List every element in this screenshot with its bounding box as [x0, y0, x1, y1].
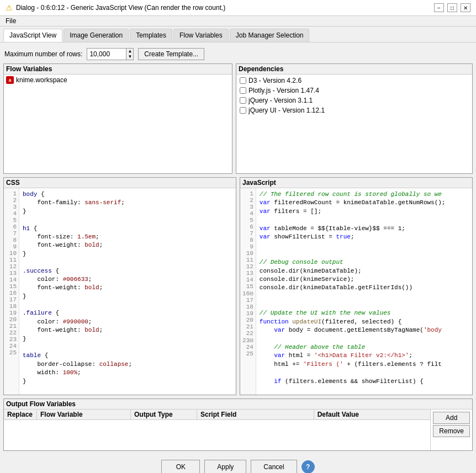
col-flow-variable: Flow Variable	[37, 410, 131, 419]
dep-checkbox-jquery-ui[interactable]	[240, 107, 246, 114]
col-output-type: Output Type	[131, 410, 197, 419]
dep-label: Plotly.js - Version 1.47.4	[248, 87, 319, 94]
output-fv-header: Replace Flow Variable Output Type Script…	[4, 410, 430, 420]
flow-var-name: knime.workspace	[16, 76, 67, 84]
list-item: jQuery - Version 3.1.1	[237, 95, 471, 105]
main-content: Maximum number of rows: ▲ ▼ Create Templ…	[0, 42, 476, 454]
minimize-button[interactable]: −	[434, 3, 444, 12]
spinner-down[interactable]: ▼	[126, 54, 133, 60]
max-rows-input[interactable]	[87, 49, 126, 59]
js-panel-title: JavaScript	[240, 178, 472, 188]
apply-button[interactable]: Apply	[204, 460, 246, 473]
max-rows-label: Maximum number of rows:	[4, 50, 82, 58]
output-flow-vars-panel: Output Flow Variables Replace Flow Varia…	[3, 398, 473, 451]
js-line-numbers: 12345678910111213141516⊟17181920212223⊟2…	[240, 188, 256, 395]
remove-button[interactable]: Remove	[433, 425, 470, 437]
css-panel-title: CSS	[4, 178, 236, 188]
max-rows-input-wrap: ▲ ▼	[87, 48, 134, 60]
css-code-area[interactable]: 1234567891011121314151617181920212223242…	[4, 188, 236, 395]
dep-checkbox-d3[interactable]	[240, 77, 246, 84]
add-remove-buttons: Add Remove	[430, 410, 472, 450]
list-item: D3 - Version 4.2.6	[237, 76, 471, 86]
menu-file[interactable]: File	[3, 16, 18, 26]
flow-var-icon: a	[6, 76, 14, 84]
toolbar: Maximum number of rows: ▲ ▼ Create Templ…	[3, 46, 473, 63]
dependencies-panel-title: Dependencies	[236, 64, 472, 75]
menu-bar: File	[0, 16, 476, 26]
tab-bar: JavaScript View Image Generation Templat…	[0, 26, 476, 42]
title-bar: ⚠ Dialog - 0:6:0:12 - Generic JavaScript…	[0, 0, 476, 16]
js-code-area[interactable]: 12345678910111213141516⊟17181920212223⊟2…	[240, 188, 472, 395]
css-panel: CSS 123456789101112131415161718192021222…	[3, 177, 236, 395]
output-fv-table-area: Replace Flow Variable Output Type Script…	[4, 410, 430, 450]
output-fv-row-container: Replace Flow Variable Output Type Script…	[4, 410, 472, 450]
dep-checkbox-jquery[interactable]	[240, 97, 246, 104]
spinner: ▲ ▼	[126, 49, 133, 59]
help-button[interactable]: ?	[302, 460, 315, 473]
list-item: jQuery UI - Version 1.12.1	[237, 105, 471, 115]
dependencies-list: D3 - Version 4.2.6 Plotly.js - Version 1…	[236, 75, 472, 173]
js-panel: JavaScript 12345678910111213141516⊟17181…	[240, 177, 473, 395]
bottom-buttons: OK Apply Cancel ?	[0, 454, 476, 473]
tab-image-generation[interactable]: Image Generation	[64, 29, 129, 42]
spinner-up[interactable]: ▲	[126, 49, 133, 54]
dialog-icon: ⚠	[6, 3, 13, 12]
dep-label: D3 - Version 4.2.6	[248, 77, 302, 84]
dep-label: jQuery - Version 3.1.1	[248, 97, 313, 104]
flow-variables-panel: Flow Variables a knime.workspace	[3, 63, 232, 174]
js-code-content[interactable]: // The filtered row count is stored glob…	[256, 188, 472, 395]
ok-button[interactable]: OK	[161, 460, 200, 473]
col-replace: Replace	[4, 410, 37, 419]
css-code-content[interactable]: body { font-family: sans-serif; } h1 { f…	[19, 188, 236, 395]
dep-label: jQuery UI - Version 1.12.1	[248, 107, 325, 114]
tab-job-manager[interactable]: Job Manager Selection	[230, 29, 310, 42]
top-panels: Flow Variables a knime.workspace Depende…	[3, 63, 473, 174]
close-button[interactable]: ✕	[461, 3, 470, 12]
create-template-button[interactable]: Create Template...	[138, 48, 204, 60]
css-line-numbers: 1234567891011121314151617181920212223242…	[4, 188, 19, 395]
output-fv-body	[4, 420, 430, 450]
list-item: Plotly.js - Version 1.47.4	[237, 86, 471, 95]
flow-variables-panel-title: Flow Variables	[4, 64, 232, 75]
add-button[interactable]: Add	[433, 412, 470, 424]
title-bar-text: Dialog - 0:6:0:12 - Generic JavaScript V…	[16, 4, 225, 12]
tab-flow-variables[interactable]: Flow Variables	[173, 29, 229, 42]
flow-variables-list: a knime.workspace	[4, 75, 232, 173]
tab-javascript-view[interactable]: JavaScript View	[3, 29, 62, 42]
cancel-button[interactable]: Cancel	[251, 460, 297, 473]
dependencies-panel: Dependencies D3 - Version 4.2.6 Plotly.j…	[236, 63, 473, 174]
output-flow-vars-title: Output Flow Variables	[4, 399, 472, 410]
col-script-field: Script Field	[197, 410, 314, 419]
list-item: a knime.workspace	[5, 76, 231, 84]
col-default-value: Default Value	[314, 410, 431, 419]
tab-templates[interactable]: Templates	[130, 29, 172, 42]
dep-checkbox-plotly[interactable]	[240, 87, 246, 94]
code-panels: CSS 123456789101112131415161718192021222…	[3, 177, 473, 395]
maximize-button[interactable]: □	[447, 3, 457, 12]
